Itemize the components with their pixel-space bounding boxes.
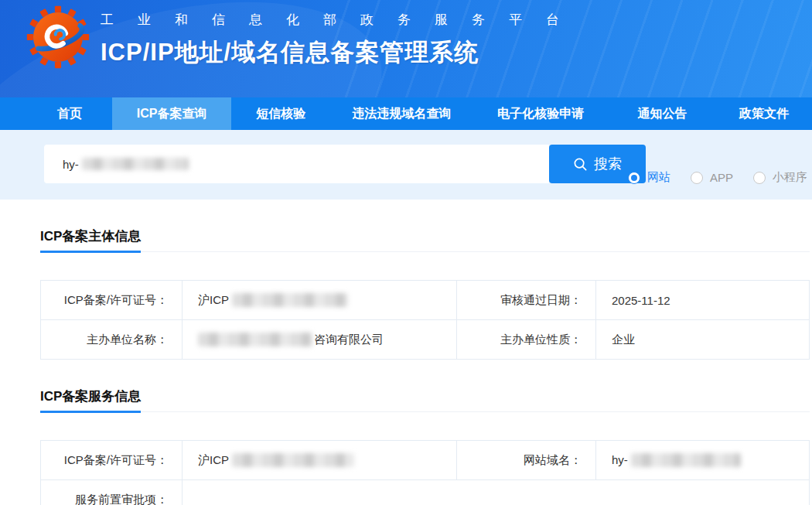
radio-app-label: APP xyxy=(710,171,733,184)
redacted-text xyxy=(631,453,741,467)
radio-website-label: 网站 xyxy=(647,170,670,185)
label-pre-approval: 服务前置审批项： xyxy=(41,480,183,505)
nav-item-icp-query[interactable]: ICP备案查询 xyxy=(112,97,232,130)
nav-item-policy-documents[interactable]: 政策文件 xyxy=(716,97,812,130)
label-website-domain: 网站域名： xyxy=(457,441,596,480)
nav-item-home[interactable]: 首页 xyxy=(27,97,112,130)
value-organizer-nature: 企业 xyxy=(596,320,810,360)
search-query-text: hy- xyxy=(63,158,79,171)
table-row: ICP备案/许可证号： 沪ICP 审核通过日期： 2025-11-12 xyxy=(41,281,810,320)
redacted-text xyxy=(198,333,312,346)
main-nav: 首页 ICP备案查询 短信核验 违法违规域名查询 电子化核验申请 通知公告 政策… xyxy=(0,97,812,130)
icp-filing-page: 工业和信息化部政务服务平台 ICP/IP地址/域名信息备案管理系统 首页 ICP… xyxy=(0,0,812,505)
label-approval-date: 审核通过日期： xyxy=(457,281,596,320)
miit-gear-logo-icon xyxy=(26,5,90,69)
radio-website-circle-icon xyxy=(628,172,640,184)
value-organizer-name: 咨询有限公司 xyxy=(183,320,457,360)
label-organizer-name: 主办单位名称： xyxy=(41,320,183,360)
value-icp-license: 沪ICP xyxy=(183,281,457,320)
value-pre-approval xyxy=(183,480,810,505)
radio-app[interactable]: APP xyxy=(691,171,733,184)
value-approval-date: 2025-11-12 xyxy=(596,281,810,320)
platform-title: 工业和信息化部政务服务平台 xyxy=(101,11,583,29)
search-input[interactable]: hy- xyxy=(44,145,549,183)
service-section-title: ICP备案服务信息 xyxy=(40,387,141,411)
results-content: ICP备案主体信息 ICP备案/许可证号： 沪ICP 审核通过日期： 2025-… xyxy=(0,200,812,505)
radio-miniprogram-label: 小程序 xyxy=(773,170,807,185)
value-service-icp-license: 沪ICP xyxy=(183,441,457,480)
organizer-name-suffix: 咨询有限公司 xyxy=(314,333,384,346)
service-info-table: ICP备案/许可证号： 沪ICP 网站域名： hy- 服务前置审批项： xyxy=(40,440,810,505)
subject-section-title: ICP备案主体信息 xyxy=(40,227,141,251)
subject-section-header: ICP备案主体信息 xyxy=(40,200,810,252)
table-row: 服务前置审批项： xyxy=(41,480,810,505)
nav-item-illegal-domain-query[interactable]: 违法违规域名查询 xyxy=(330,97,473,130)
nav-item-announcements[interactable]: 通知公告 xyxy=(609,97,717,130)
nav-item-sms-verify[interactable]: 短信核验 xyxy=(231,97,330,130)
domain-prefix: hy- xyxy=(612,453,628,466)
nav-item-e-verification[interactable]: 电子化核验申请 xyxy=(473,97,609,130)
label-organizer-nature: 主办单位性质： xyxy=(457,320,596,360)
service-section-header: ICP备案服务信息 xyxy=(40,360,810,412)
redacted-query xyxy=(82,158,189,170)
radio-app-circle-icon xyxy=(691,172,703,184)
redacted-text xyxy=(232,293,348,307)
radio-miniprogram[interactable]: 小程序 xyxy=(753,170,807,185)
icp-license-prefix: 沪ICP xyxy=(198,293,229,306)
radio-miniprogram-circle-icon xyxy=(753,172,766,184)
search-button-label: 搜索 xyxy=(594,155,622,173)
subject-info-table: ICP备案/许可证号： 沪ICP 审核通过日期： 2025-11-12 主办单位… xyxy=(40,280,810,360)
service-icp-license-prefix: 沪ICP xyxy=(198,453,229,466)
label-icp-license: ICP备案/许可证号： xyxy=(41,281,183,320)
search-type-radio-group: 网站 APP 小程序 xyxy=(628,170,807,185)
table-row: ICP备案/许可证号： 沪ICP 网站域名： hy- xyxy=(41,441,810,480)
value-website-domain: hy- xyxy=(596,441,810,480)
label-service-icp-license: ICP备案/许可证号： xyxy=(41,441,183,480)
table-row: 主办单位名称： 咨询有限公司 主办单位性质： 企业 xyxy=(41,320,810,360)
search-strip: hy- 搜索 网站 APP 小程序 xyxy=(0,130,812,200)
system-title: ICP/IP地址/域名信息备案管理系统 xyxy=(101,36,583,69)
radio-website[interactable]: 网站 xyxy=(628,170,670,185)
search-icon xyxy=(573,157,588,172)
header-banner: 工业和信息化部政务服务平台 ICP/IP地址/域名信息备案管理系统 xyxy=(0,0,812,97)
redacted-text xyxy=(232,453,354,467)
